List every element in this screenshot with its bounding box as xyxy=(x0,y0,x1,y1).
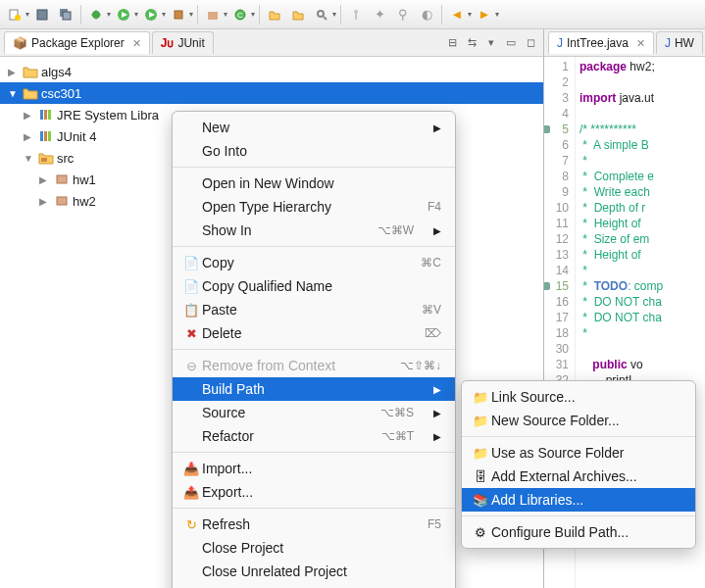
dropdown-icon[interactable]: ▾ xyxy=(495,10,499,19)
tab-label: JUnit xyxy=(177,36,204,50)
dropdown-icon[interactable]: ▾ xyxy=(162,10,166,19)
expand-icon[interactable]: ▶ xyxy=(39,174,53,185)
submenu-add-libraries[interactable]: 📚Add Libraries... xyxy=(462,488,695,512)
close-icon[interactable]: ✕ xyxy=(636,37,645,50)
tab-label: Package Explorer xyxy=(31,36,125,50)
menu-new[interactable]: New▶ xyxy=(173,116,455,139)
menu-go-into[interactable]: Go Into xyxy=(173,139,455,163)
menu-open-new-window[interactable]: Open in New Window xyxy=(173,172,455,195)
tree-item-csc301[interactable]: ▼ csc301 xyxy=(0,82,543,104)
dropdown-icon[interactable]: ▾ xyxy=(468,10,472,19)
menu-source[interactable]: Source⌥⌘S▶ xyxy=(173,401,455,424)
submenu-add-external[interactable]: 🗄Add External Archives... xyxy=(462,465,695,488)
dropdown-icon[interactable]: ▾ xyxy=(189,10,193,19)
pin-button[interactable] xyxy=(345,4,367,25)
collapse-all-icon[interactable]: ⊟ xyxy=(443,34,461,52)
tree-item-algs4[interactable]: ▶ algs4 xyxy=(0,61,543,82)
open-type-button[interactable] xyxy=(287,4,309,25)
submenu-configure[interactable]: ⚙Configure Build Path... xyxy=(462,520,695,544)
config-button[interactable]: ◐ xyxy=(416,4,437,25)
svg-point-16 xyxy=(318,11,324,17)
dropdown-icon[interactable]: ▾ xyxy=(25,10,29,19)
collapse-icon[interactable]: ▼ xyxy=(24,153,37,164)
package-explorer-panel: 📦 Package Explorer ✕ Jᴜ JUnit ⊟ ⇆ ▾ ▭ ◻ … xyxy=(0,29,544,588)
submenu-new-source-folder[interactable]: 📁New Source Folder... xyxy=(462,409,695,432)
dropdown-icon[interactable]: ▾ xyxy=(332,10,336,19)
java-icon: J xyxy=(557,36,563,50)
project-icon xyxy=(22,65,39,78)
refresh-icon: ↻ xyxy=(180,517,202,532)
back-button[interactable]: ◄ xyxy=(446,4,468,25)
tab-junit[interactable]: Jᴜ JUnit xyxy=(152,31,214,54)
expand-icon[interactable]: ▶ xyxy=(8,67,22,77)
expand-icon[interactable]: ▶ xyxy=(24,131,37,142)
tree-label: csc301 xyxy=(41,86,81,101)
collapse-icon[interactable]: ▼ xyxy=(8,88,22,99)
tab-package-explorer[interactable]: 📦 Package Explorer ✕ xyxy=(4,31,150,54)
debug-button[interactable] xyxy=(85,4,107,25)
new-class-button[interactable]: C xyxy=(229,4,251,25)
library-icon xyxy=(37,108,55,122)
dropdown-icon[interactable]: ▾ xyxy=(134,10,138,19)
menu-copy[interactable]: 📄Copy⌘C xyxy=(173,251,455,274)
chevron-right-icon: ▶ xyxy=(433,408,441,418)
copy-icon: 📄 xyxy=(180,256,202,270)
tab-label: HW xyxy=(675,36,694,50)
menu-refresh[interactable]: ↻RefreshF5 xyxy=(173,513,455,536)
forward-button[interactable]: ► xyxy=(474,4,495,25)
menu-copy-qualified[interactable]: 📄Copy Qualified Name xyxy=(173,274,455,298)
tree-label: JUnit 4 xyxy=(57,129,96,144)
menu-delete[interactable]: ✖Delete⌦ xyxy=(173,321,455,345)
svg-rect-25 xyxy=(48,131,51,141)
link-source-icon: 📁 xyxy=(470,390,491,405)
submenu-use-as-source[interactable]: 📁Use as Source Folder xyxy=(462,441,695,465)
new-button[interactable] xyxy=(4,4,25,25)
menu-show-in[interactable]: Show In⌥⌘W▶ xyxy=(173,219,455,242)
source-folder-icon: 📁 xyxy=(470,446,491,461)
menu-paste[interactable]: 📋Paste⌘V xyxy=(173,298,455,321)
coverage-button[interactable] xyxy=(140,4,162,25)
menu-build-path[interactable]: Build Path▶ xyxy=(173,377,455,401)
new-package-button[interactable] xyxy=(202,4,224,25)
close-icon[interactable]: ✕ xyxy=(132,37,141,50)
run-button[interactable] xyxy=(113,4,134,25)
menu-close-project[interactable]: Close Project xyxy=(173,536,455,560)
svg-rect-24 xyxy=(44,131,47,141)
minimize-icon[interactable]: ▭ xyxy=(502,34,520,52)
svg-rect-27 xyxy=(57,175,67,183)
submenu-link-source[interactable]: 📁Link Source... xyxy=(462,385,695,409)
expand-icon[interactable]: ▶ xyxy=(24,110,37,121)
menu-export[interactable]: 📤Export... xyxy=(173,480,455,504)
dropdown-icon[interactable]: ▾ xyxy=(224,10,227,19)
menu-close-unrelated[interactable]: Close Unrelated Project xyxy=(173,560,455,583)
expand-icon[interactable]: ▶ xyxy=(39,196,53,207)
save-button[interactable] xyxy=(31,4,53,25)
svg-point-19 xyxy=(354,10,358,14)
configure-icon: ⚙ xyxy=(470,525,491,540)
link-editor-icon[interactable]: ⇆ xyxy=(463,34,480,52)
save-all-button[interactable] xyxy=(55,4,76,25)
svg-rect-2 xyxy=(37,10,47,20)
open-folder-button[interactable] xyxy=(264,4,285,25)
external-tools-button[interactable] xyxy=(168,4,189,25)
link-button[interactable]: ⚲ xyxy=(392,4,414,25)
editor-tab-hw[interactable]: J HW xyxy=(656,31,703,54)
view-menu-icon[interactable]: ▾ xyxy=(482,34,500,52)
dropdown-icon[interactable]: ▾ xyxy=(107,10,111,19)
svg-rect-22 xyxy=(48,110,51,120)
tree-label: hw1 xyxy=(73,172,96,187)
search-button[interactable] xyxy=(311,4,332,25)
menu-open-type-hierarchy[interactable]: Open Type HierarchyF4 xyxy=(173,195,455,219)
java-icon: J xyxy=(665,36,671,50)
maximize-icon[interactable]: ◻ xyxy=(522,34,539,52)
junit-icon: Jᴜ xyxy=(161,36,175,50)
menu-refactor[interactable]: Refactor⌥⌘T▶ xyxy=(173,424,455,448)
dropdown-icon[interactable]: ▾ xyxy=(251,10,255,19)
editor-tab-inttree[interactable]: J IntTree.java ✕ xyxy=(548,31,654,54)
context-menu: New▶ Go Into Open in New Window Open Typ… xyxy=(172,111,456,588)
menu-assign-working-sets[interactable]: Assign Working Sets... xyxy=(173,583,455,588)
wand-button[interactable]: ✦ xyxy=(369,4,390,25)
menu-import[interactable]: 📥Import... xyxy=(173,457,455,480)
menu-remove-context: ⊖Remove from Context⌥⇧⌘↓ xyxy=(173,354,455,377)
tree-label: algs4 xyxy=(41,65,72,79)
